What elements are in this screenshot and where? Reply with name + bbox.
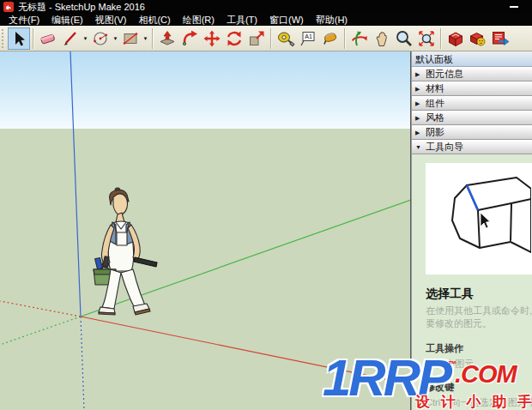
circle-arc-icon: [91, 29, 110, 48]
push-pull-icon: [158, 29, 177, 48]
tape-measure-icon: [276, 29, 295, 48]
paint-bucket-tool-button[interactable]: [319, 27, 342, 50]
section-entity-info[interactable]: ▶ 图元信息: [412, 67, 532, 81]
toolbar-separator: [33, 28, 34, 49]
viewport-canvas: [0, 51, 411, 410]
eraser-tool-button[interactable]: [37, 27, 59, 50]
text-tool-label: A1: [305, 33, 312, 39]
toolbar-separator: [152, 28, 154, 49]
menu-file[interactable]: 文件(F): [3, 14, 45, 27]
follow-me-tool-button[interactable]: [178, 27, 201, 50]
menu-help[interactable]: 帮助(H): [310, 14, 354, 27]
collapse-arrow-icon: ▶: [415, 100, 422, 107]
rectangle-icon: [121, 29, 140, 48]
section-label: 材料: [426, 82, 444, 95]
title-bar: 无标题 - SketchUp Make 2016: [0, 0, 532, 14]
menu-view[interactable]: 视图(V): [89, 14, 133, 27]
zoom-extents-tool-button[interactable]: [415, 27, 438, 50]
3d-warehouse-button[interactable]: [444, 27, 467, 50]
line-dropdown-arrow[interactable]: ▼: [82, 27, 89, 50]
workspace: 默认面板 ▶ 图元信息 ▶ 材料 ▶ 组件 ▶ 风格 ▶ 阴影 ▼: [0, 51, 532, 410]
section-label: 工具向导: [426, 141, 463, 154]
section-instructor[interactable]: ▼ 工具向导: [412, 140, 532, 154]
tape-measure-tool-button[interactable]: [275, 27, 297, 50]
section-label: 图元信息: [426, 68, 463, 81]
instructor-description: 在使用其他工具或命令时,: [426, 304, 532, 317]
menu-draw[interactable]: 绘图(R): [177, 14, 221, 27]
menu-tools[interactable]: 工具(T): [221, 14, 263, 27]
zoom-magnifier-icon: [395, 29, 414, 48]
expand-arrow-icon: ▼: [415, 144, 422, 150]
share-model-icon: [469, 29, 487, 48]
text-label-icon: A1: [299, 29, 317, 48]
section-components[interactable]: ▶ 组件: [412, 96, 532, 111]
select-tool-button[interactable]: [8, 27, 30, 50]
tray-header[interactable]: 默认面板: [412, 53, 532, 67]
extension-warehouse-icon: [491, 29, 510, 48]
section-materials[interactable]: ▶ 材料: [412, 81, 532, 96]
push-pull-tool-button[interactable]: [156, 27, 178, 50]
arc-tool-button[interactable]: [89, 27, 112, 50]
instructor-modifier-title: 修改键: [426, 381, 532, 394]
menu-bar: 文件(F) 编辑(E) 视图(V) 相机(C) 绘图(R) 工具(T) 窗口(W…: [0, 14, 532, 26]
toolbar-separator: [270, 28, 272, 49]
collapse-arrow-icon: ▶: [415, 115, 422, 122]
scale-tool-button[interactable]: [245, 27, 268, 50]
orbit-tool-button[interactable]: [348, 27, 371, 50]
section-shadows[interactable]: ▶ 阴影: [412, 125, 532, 140]
sketchup-window: 无标题 - SketchUp Make 2016 文件(F) 编辑(E) 视图(…: [0, 0, 532, 410]
instructor-modifier-line: Ctrl = 向一组选定的图元中: [426, 396, 532, 409]
window-title: 无标题 - SketchUp Make 2016: [18, 1, 145, 14]
share-model-button[interactable]: [467, 27, 489, 50]
collapse-arrow-icon: ▶: [415, 86, 422, 93]
eraser-icon: [39, 29, 57, 48]
menu-camera[interactable]: 相机(C): [132, 14, 176, 27]
follow-me-icon: [180, 29, 199, 48]
select-cursor-icon: [9, 29, 28, 48]
3d-warehouse-cube-icon: [446, 29, 465, 48]
instructor-text: 选择工具 在使用其他工具或命令时, 要修改的图元。 工具操作 1. 点击图元。 …: [412, 274, 532, 410]
person-figure: [94, 188, 157, 315]
rotate-icon: [225, 29, 244, 48]
pan-hand-icon: [372, 29, 391, 48]
pencil-icon: [61, 29, 80, 48]
instructor-operation-step: 1. 点击图元。: [426, 358, 532, 371]
drawing-axes: [0, 51, 411, 410]
collapse-arrow-icon: ▶: [415, 130, 422, 136]
section-styles[interactable]: ▶ 风格: [412, 111, 532, 125]
paint-bucket-icon: [321, 29, 340, 48]
instructor-pane: 选择工具 在使用其他工具或命令时, 要修改的图元。 工具操作 1. 点击图元。 …: [412, 154, 532, 410]
toolbar-grip[interactable]: [2, 29, 6, 48]
instructor-illustration: [426, 163, 532, 274]
pan-tool-button[interactable]: [371, 27, 393, 50]
text-tool-button[interactable]: A1: [297, 27, 319, 50]
zoom-tool-button[interactable]: [393, 27, 415, 50]
menu-edit[interactable]: 编辑(E): [45, 14, 89, 27]
orbit-icon: [350, 29, 369, 48]
arc-dropdown-arrow[interactable]: ▼: [112, 27, 119, 50]
section-label: 阴影: [426, 126, 444, 139]
scale-icon: [247, 29, 266, 48]
instructor-operations-title: 工具操作: [426, 342, 532, 355]
instructor-tool-title: 选择工具: [426, 286, 532, 302]
cursor-arrow-icon: [481, 213, 490, 228]
select-tool-illustration: [426, 163, 531, 274]
rotate-tool-button[interactable]: [223, 27, 245, 50]
line-tool-button[interactable]: [59, 27, 82, 50]
collapse-arrow-icon: ▶: [415, 71, 422, 78]
rectangle-dropdown-arrow[interactable]: ▼: [142, 27, 149, 50]
section-label: 风格: [426, 112, 444, 124]
toolbar-separator: [440, 28, 442, 49]
toolbar-separator: [344, 28, 346, 49]
minimize-button[interactable]: [510, 6, 518, 8]
instructor-description: 要修改的图元。: [426, 317, 532, 330]
move-tool-button[interactable]: [201, 27, 223, 50]
toolbar: ▼ ▼ ▼: [0, 26, 532, 51]
model-viewport[interactable]: [0, 51, 411, 410]
sketchup-logo-icon: [3, 2, 14, 12]
rectangle-tool-button[interactable]: [119, 27, 142, 50]
zoom-extents-icon: [417, 29, 436, 48]
move-icon: [203, 29, 221, 48]
extension-warehouse-button[interactable]: [489, 27, 511, 50]
menu-window[interactable]: 窗口(W): [263, 14, 310, 27]
